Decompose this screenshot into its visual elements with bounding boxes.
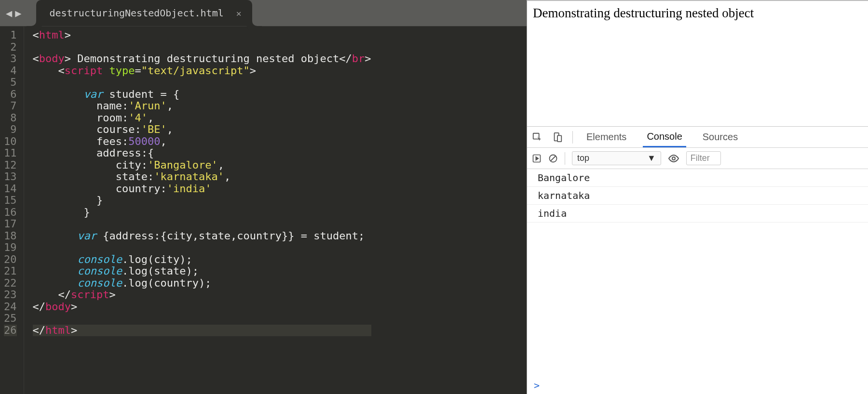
code-line[interactable]: <body> Demonstrating destructuring neste… — [33, 53, 371, 65]
console-toolbar: top ▼ Filter — [527, 148, 868, 169]
divider — [572, 131, 573, 144]
console-row: karnataka — [527, 187, 868, 205]
editor-tab-title: destructuringNestedObject.html — [50, 7, 224, 19]
code-line[interactable]: room:'4', — [33, 112, 371, 124]
editor-body[interactable]: 1234567891011121314151617181920212223242… — [0, 26, 527, 394]
code-line[interactable]: address:{ — [33, 147, 371, 159]
code-line[interactable]: var student = { — [33, 89, 371, 101]
code-line[interactable]: console.log(city); — [33, 254, 371, 266]
code-area[interactable]: <html> <body> Demonstrating destructurin… — [24, 26, 371, 394]
console-prompt[interactable]: > — [527, 377, 868, 394]
code-line[interactable]: console.log(country); — [33, 277, 371, 289]
eye-icon[interactable] — [668, 153, 679, 164]
page-text: Demonstrating destructuring nested objec… — [533, 6, 754, 20]
code-line[interactable] — [33, 313, 371, 325]
line-number: 16 — [4, 207, 17, 219]
code-line[interactable] — [33, 218, 371, 230]
code-line[interactable]: </script> — [33, 289, 371, 301]
code-line[interactable]: city:'Bangalore', — [33, 159, 371, 171]
line-number: 5 — [4, 77, 17, 89]
devtools-tabs: ElementsConsoleSources — [527, 127, 868, 148]
browser-pane: Demonstrating destructuring nested objec… — [527, 0, 868, 394]
inspect-icon[interactable] — [532, 132, 542, 143]
editor-tabbar: ◀ ▶ destructuringNestedObject.html ✕ — [0, 0, 527, 26]
line-number: 24 — [4, 301, 17, 313]
editor-tab[interactable]: destructuringNestedObject.html ✕ — [36, 0, 252, 26]
rendered-page: Demonstrating destructuring nested objec… — [527, 1, 868, 126]
prompt-chevron: > — [534, 380, 540, 391]
code-line[interactable]: } — [33, 195, 371, 207]
svg-point-5 — [672, 157, 675, 160]
line-number-gutter: 1234567891011121314151617181920212223242… — [0, 26, 24, 394]
console-row: india — [527, 205, 868, 223]
devtools-tab-console[interactable]: Console — [643, 127, 686, 147]
line-number: 4 — [4, 65, 17, 77]
devtools-panel: ElementsConsoleSources top ▼ — [527, 126, 868, 394]
line-number: 14 — [4, 183, 17, 195]
code-line[interactable]: country:'india' — [33, 183, 371, 195]
divider — [565, 152, 565, 165]
code-line[interactable]: course:'BE', — [33, 124, 371, 136]
nav-back-icon[interactable]: ◀ — [6, 7, 12, 19]
svg-rect-2 — [557, 135, 561, 142]
line-number: 17 — [4, 218, 17, 230]
line-number: 12 — [4, 159, 17, 171]
line-number: 15 — [4, 195, 17, 207]
line-number: 10 — [4, 136, 17, 148]
console-row: Bangalore — [527, 169, 868, 187]
line-number: 1 — [4, 29, 17, 41]
code-line[interactable]: fees:50000, — [33, 136, 371, 148]
line-number: 25 — [4, 313, 17, 325]
line-number: 9 — [4, 124, 17, 136]
line-number: 7 — [4, 100, 17, 112]
editor-nav-arrows: ◀ ▶ — [0, 0, 27, 26]
context-selector-label: top — [577, 153, 589, 163]
line-number: 11 — [4, 147, 17, 159]
line-number: 19 — [4, 242, 17, 254]
line-number: 3 — [4, 53, 17, 65]
svg-rect-0 — [533, 133, 539, 139]
code-line[interactable]: <script type="text/javascript"> — [33, 65, 371, 77]
code-line[interactable]: } — [33, 207, 371, 219]
console-output: Bangalorekarnatakaindia — [527, 169, 868, 377]
line-number: 22 — [4, 277, 17, 289]
code-line[interactable] — [33, 77, 371, 89]
code-line[interactable]: </body> — [33, 301, 371, 313]
clear-icon[interactable] — [548, 154, 558, 163]
context-selector[interactable]: top ▼ — [572, 151, 661, 165]
line-number: 21 — [4, 265, 17, 277]
filter-input[interactable]: Filter — [686, 151, 721, 165]
line-number: 23 — [4, 289, 17, 301]
line-number: 26 — [4, 325, 17, 337]
close-icon[interactable]: ✕ — [236, 8, 242, 18]
code-line[interactable] — [33, 242, 371, 254]
devtools-tab-elements[interactable]: Elements — [583, 127, 630, 147]
code-editor-pane: ◀ ▶ destructuringNestedObject.html ✕ 123… — [0, 0, 527, 394]
line-number: 18 — [4, 230, 17, 242]
chevron-down-icon: ▼ — [647, 153, 656, 163]
line-number: 20 — [4, 254, 17, 266]
code-line[interactable]: </html> — [33, 325, 371, 337]
line-number: 8 — [4, 112, 17, 124]
code-line[interactable] — [33, 41, 371, 53]
code-line[interactable]: console.log(state); — [33, 265, 371, 277]
code-line[interactable]: var {address:{city,state,country}} = stu… — [33, 230, 371, 242]
code-line[interactable]: state:'karnataka', — [33, 171, 371, 183]
code-line[interactable]: name:'Arun', — [33, 100, 371, 112]
nav-forward-icon[interactable]: ▶ — [15, 7, 21, 19]
line-number: 13 — [4, 171, 17, 183]
devtools-tab-sources[interactable]: Sources — [699, 127, 742, 147]
code-line[interactable]: <html> — [33, 29, 371, 41]
line-number: 2 — [4, 41, 17, 53]
play-icon[interactable] — [532, 154, 542, 163]
device-icon[interactable] — [552, 132, 563, 143]
line-number: 6 — [4, 89, 17, 101]
